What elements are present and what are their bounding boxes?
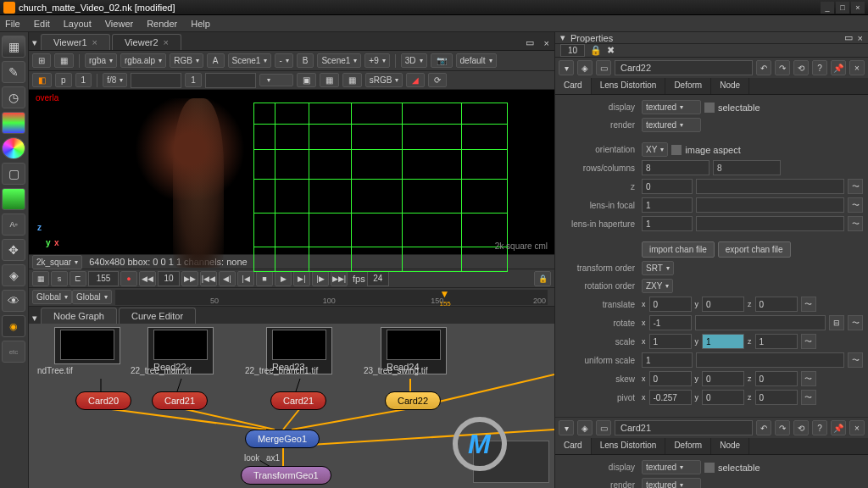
proxy-button[interactable]: 1 [75, 73, 92, 87]
tool-time[interactable]: ◷ [2, 86, 25, 108]
lenshap-input[interactable] [642, 216, 693, 231]
overlay2-icon[interactable]: ▦ [342, 73, 362, 87]
export-chan-button[interactable]: export chan file [718, 241, 791, 258]
z-input[interactable] [642, 179, 693, 194]
redo-icon[interactable]: ↷ [775, 420, 790, 435]
vt-icon[interactable]: ▦ [54, 53, 74, 68]
tool-filter[interactable]: ▢ [2, 163, 25, 185]
pin-icon[interactable]: 📌 [831, 60, 846, 75]
center-icon[interactable]: ◈ [577, 420, 593, 435]
transform-order-dropdown[interactable]: SRT [642, 261, 674, 275]
ty-input[interactable] [702, 297, 744, 312]
undo-icon[interactable]: ↶ [756, 420, 771, 435]
menu-layout[interactable]: Layout [64, 19, 92, 29]
import-chan-button[interactable]: import chan file [642, 241, 715, 258]
anim-icon[interactable]: 〜 [848, 216, 863, 231]
tool-etc[interactable]: etc [2, 341, 25, 363]
global-dropdown[interactable]: Global [32, 290, 72, 304]
tabs-menu-icon[interactable]: ▾ [29, 313, 41, 324]
channel-alpha-dropdown[interactable]: rgba.alp [120, 53, 166, 68]
cols-input[interactable] [713, 160, 781, 175]
anim-icon[interactable]: 〜 [801, 334, 816, 349]
menu-file[interactable]: File [5, 19, 20, 29]
node-name-input[interactable] [615, 420, 753, 435]
tool-keyer[interactable] [2, 188, 25, 210]
redo-icon[interactable]: ↷ [775, 60, 790, 75]
record-icon[interactable]: ● [120, 271, 137, 286]
pin-icon[interactable]: 📌 [831, 420, 846, 435]
p-button[interactable]: p [55, 73, 72, 87]
anim-icon[interactable]: 〜 [801, 297, 816, 312]
close-icon[interactable]: × [92, 37, 97, 47]
selectable-checkbox[interactable] [704, 103, 715, 113]
3d-dropdown[interactable]: 3D [401, 53, 427, 68]
node-mergegeo1[interactable]: MergeGeo1 [245, 430, 320, 448]
uniform-slider[interactable] [696, 352, 844, 368]
lensfocal-slider[interactable] [696, 197, 844, 213]
selectable-checkbox[interactable] [704, 463, 715, 473]
skip-input[interactable] [158, 271, 180, 286]
s-button[interactable]: s [51, 271, 68, 286]
fstop-dropdown[interactable]: f/8 [103, 73, 127, 87]
tab-deform[interactable]: Deform [665, 78, 711, 94]
tx-input[interactable] [649, 297, 692, 312]
range-icon[interactable]: ⊏ [70, 271, 86, 286]
sy-input[interactable] [702, 334, 744, 349]
skx-input[interactable] [649, 371, 692, 386]
collapse-icon[interactable]: ▾ [559, 420, 574, 435]
viewport[interactable]: overla zyx 2k square cml [29, 90, 554, 254]
wipe-dropdown[interactable]: - [275, 53, 292, 68]
tool-color[interactable] [2, 137, 25, 159]
tab-node-graph[interactable]: Node Graph [41, 308, 117, 324]
node-graph[interactable]: ndTree.tif Read22 22_tree_main.tif Read2… [29, 324, 554, 488]
close-icon[interactable]: × [164, 37, 169, 47]
step-back-button[interactable]: ◀| [219, 271, 236, 286]
node-name-input[interactable] [615, 60, 753, 75]
tabs-menu-icon[interactable]: ▾ [560, 32, 565, 43]
tab-viewer1[interactable]: Viewer1× [41, 34, 110, 50]
tab-lens[interactable]: Lens Distortion [592, 78, 666, 94]
skz-input[interactable] [755, 371, 798, 386]
tool-channel[interactable] [2, 112, 25, 134]
fps-input[interactable] [367, 271, 389, 286]
next-key-button[interactable]: ▶| [293, 271, 310, 286]
revert-icon[interactable]: ⟲ [793, 60, 809, 75]
render-dropdown[interactable]: textured [642, 478, 701, 488]
tool-transform[interactable]: ✥ [2, 239, 25, 261]
revert-icon[interactable]: ⟲ [793, 420, 809, 435]
prev-key-button[interactable]: |◀ [237, 271, 254, 286]
float-icon[interactable]: ▭ [596, 420, 611, 435]
lenshap-slider[interactable] [696, 216, 844, 231]
skip-back-button[interactable]: ◀◀ [139, 271, 156, 286]
z-slider[interactable] [696, 179, 844, 194]
help-icon[interactable]: ? [812, 60, 827, 75]
tool-image[interactable]: ▦ [2, 36, 25, 58]
display-dropdown[interactable]: textured [642, 100, 701, 114]
sz-input[interactable] [755, 334, 798, 349]
maximize-button[interactable]: □ [836, 2, 849, 14]
tool-3d[interactable]: ◈ [2, 264, 25, 286]
playhead-icon[interactable]: ▼155 [439, 288, 450, 308]
gain-slider[interactable] [131, 73, 181, 88]
tz-input[interactable] [755, 297, 798, 312]
close-icon[interactable]: × [849, 60, 865, 75]
to-start-button[interactable]: |◀◀ [200, 271, 217, 286]
view-dropdown[interactable]: default [456, 53, 497, 68]
float-icon[interactable]: ▭ [596, 60, 611, 75]
tab-lens[interactable]: Lens Distortion [592, 438, 666, 454]
lock-icon[interactable]: 🔒 [590, 45, 602, 56]
clip-icon[interactable]: ▣ [297, 73, 316, 87]
lensfocal-input[interactable] [642, 197, 693, 213]
timeline-icon[interactable]: ▦ [32, 271, 49, 286]
tab-deform[interactable]: Deform [665, 438, 711, 454]
global-dropdown-2[interactable]: Global [72, 290, 112, 304]
format-dropdown[interactable]: 2k_squar [32, 255, 82, 269]
collapse-icon[interactable]: ▾ [559, 60, 574, 75]
node-card22-g[interactable]: Card21 [270, 391, 326, 410]
a-input-button[interactable]: A [207, 53, 225, 68]
tool-other[interactable]: ◉ [2, 315, 25, 337]
tool-draw[interactable]: ✎ [2, 61, 25, 83]
anim-icon[interactable]: 〜 [801, 371, 816, 386]
node-transformgeo1[interactable]: TransformGeo1 [241, 466, 331, 485]
tab-card[interactable]: Card [555, 78, 592, 94]
